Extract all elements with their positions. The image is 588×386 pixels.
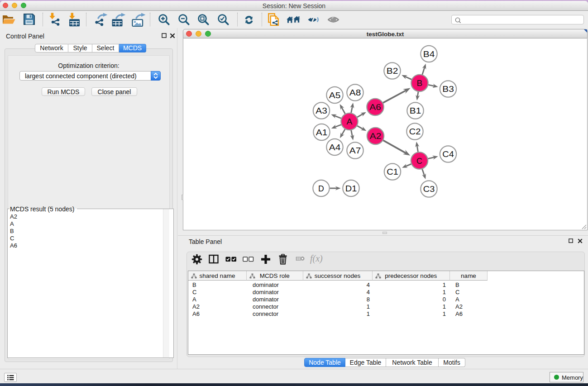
svg-text:A2: A2 bbox=[370, 132, 382, 141]
svg-text:A1: A1 bbox=[316, 128, 328, 137]
svg-text:C: C bbox=[416, 157, 422, 166]
svg-text:A3: A3 bbox=[316, 106, 327, 115]
svg-text:B4: B4 bbox=[423, 50, 435, 59]
svg-text:A7: A7 bbox=[349, 146, 361, 155]
svg-text:A: A bbox=[347, 117, 353, 126]
svg-text:C2: C2 bbox=[409, 127, 421, 136]
svg-text:D: D bbox=[318, 184, 324, 193]
svg-text:C1: C1 bbox=[387, 167, 398, 176]
svg-text:C3: C3 bbox=[423, 185, 435, 194]
svg-text:B: B bbox=[417, 79, 423, 88]
svg-text:B2: B2 bbox=[387, 67, 398, 76]
svg-text:A8: A8 bbox=[349, 88, 361, 97]
svg-text:D1: D1 bbox=[345, 184, 357, 193]
svg-text:A5: A5 bbox=[329, 91, 341, 100]
svg-text:A4: A4 bbox=[329, 143, 341, 152]
svg-text:C4: C4 bbox=[442, 150, 454, 159]
svg-text:B3: B3 bbox=[442, 85, 454, 94]
svg-text:B1: B1 bbox=[410, 106, 421, 115]
svg-text:A6: A6 bbox=[369, 103, 381, 112]
